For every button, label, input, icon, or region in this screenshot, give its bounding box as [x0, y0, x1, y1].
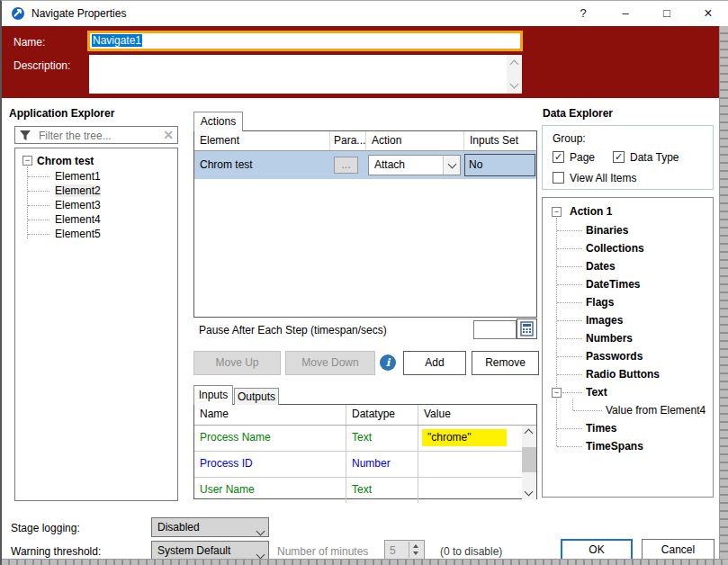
calculator-button[interactable]: [517, 318, 537, 339]
data-root-label[interactable]: Action 1: [570, 205, 612, 218]
info-icon: i: [380, 354, 396, 371]
scroll-up-icon[interactable]: [510, 60, 519, 69]
view-all-items-checkbox[interactable]: [553, 172, 564, 184]
data-group-text[interactable]: Text: [586, 386, 607, 399]
action-element-cell[interactable]: Chrom test: [200, 158, 253, 171]
spinner-arrows[interactable]: [409, 542, 423, 558]
page-checkbox[interactable]: ✓: [553, 151, 564, 163]
tree-item-element2[interactable]: Element2: [55, 184, 101, 197]
filter-tree-box[interactable]: ✕: [14, 126, 178, 144]
data-item-value-from-element4[interactable]: Value from Element4: [606, 404, 706, 417]
move-down-button[interactable]: Move Down: [285, 351, 375, 375]
data-type-checkbox[interactable]: ✓: [613, 151, 625, 163]
number-of-minutes-label: Number of minutes: [277, 545, 368, 558]
data-group-numbers[interactable]: Numbers: [586, 332, 633, 345]
stage-logging-value: Disabled: [157, 521, 200, 534]
data-explorer-tree[interactable]: − Action 1 Binaries Collections Dates Da…: [542, 197, 714, 498]
collapse-icon[interactable]: −: [552, 388, 562, 398]
group-options-box: Group: ✓ Page ✓ Data Type View All Items: [542, 125, 714, 190]
col-inputs-set: Inputs Set: [464, 131, 536, 150]
chevron-down-icon[interactable]: [443, 156, 460, 175]
close-button[interactable]: ×: [693, 4, 724, 23]
actions-table-header: Element Para... Action Inputs Set: [194, 131, 536, 151]
tree-item-element3[interactable]: Element3: [55, 199, 101, 211]
stage-logging-dropdown[interactable]: Disabled: [151, 517, 269, 537]
tab-inputs[interactable]: Inputs: [193, 385, 233, 405]
minutes-spinner[interactable]: 5: [384, 540, 425, 560]
col-action: Action: [366, 131, 464, 150]
input-row-user-name[interactable]: User Name Text: [194, 477, 536, 503]
data-group-datetimes[interactable]: DateTimes: [586, 278, 640, 291]
actions-row[interactable]: Chrom test ... Attach No: [194, 151, 536, 179]
data-group-collections[interactable]: Collections: [586, 242, 644, 255]
tree-root-label[interactable]: Chrom test: [37, 155, 94, 167]
data-group-images[interactable]: Images: [586, 314, 623, 327]
spin-down-icon: [413, 552, 418, 555]
col-datatype: Datatype: [346, 405, 418, 425]
inputs-set-cell[interactable]: No: [464, 154, 535, 176]
stage-header: Name: Navigate1 Description:: [2, 26, 719, 98]
data-group-timespans[interactable]: TimeSpans: [586, 440, 643, 453]
tree-item-element4[interactable]: Element4: [55, 213, 101, 226]
action-dropdown-value: Attach: [374, 158, 405, 171]
clear-filter-icon[interactable]: ✕: [163, 128, 174, 142]
tab-outputs[interactable]: Outputs: [234, 388, 279, 405]
collapse-icon[interactable]: −: [22, 156, 32, 166]
name-value: Navigate1: [92, 34, 142, 47]
action-dropdown[interactable]: Attach: [368, 155, 461, 175]
data-group-flags[interactable]: Flags: [586, 296, 614, 309]
data-group-passwords[interactable]: Passwords: [586, 350, 643, 363]
scroll-up-icon[interactable]: [525, 429, 534, 438]
view-all-items-label[interactable]: View All Items: [570, 172, 636, 184]
navigate-properties-dialog: Navigate Properties ? – □ × Name: Naviga…: [0, 0, 728, 565]
title-bar: Navigate Properties ? – □ ×: [2, 1, 728, 26]
stage-logging-label: Stage logging:: [11, 522, 80, 534]
warning-threshold-label: Warning threshold:: [11, 545, 101, 558]
data-group-dates[interactable]: Dates: [586, 260, 616, 273]
data-group-times[interactable]: Times: [586, 422, 616, 435]
add-button[interactable]: Add: [403, 351, 466, 375]
application-tree[interactable]: − Chrom test Element1 Element2 Element3 …: [14, 148, 178, 501]
data-group-radio-buttons[interactable]: Radio Buttons: [586, 368, 660, 381]
description-scrollbar[interactable]: [507, 55, 522, 94]
tab-actions[interactable]: Actions: [193, 112, 243, 131]
filter-input[interactable]: [37, 129, 157, 143]
scroll-down-icon[interactable]: [510, 80, 519, 89]
pause-input[interactable]: [473, 320, 517, 339]
description-input[interactable]: [89, 55, 522, 94]
value-chrome-highlighted[interactable]: "chrome": [422, 429, 507, 446]
data-group-binaries[interactable]: Binaries: [586, 224, 628, 237]
data-type-checkbox-label[interactable]: Data Type: [630, 151, 679, 164]
page-checkbox-label[interactable]: Page: [570, 151, 595, 164]
collapse-icon[interactable]: −: [552, 207, 562, 217]
col-name: Name: [194, 405, 346, 425]
input-row-process-id[interactable]: Process ID Number: [194, 451, 536, 477]
window-resize-edge-right[interactable]: [719, 26, 728, 560]
remove-button[interactable]: Remove: [472, 351, 539, 375]
spin-up-icon: [413, 544, 418, 548]
params-button[interactable]: ...: [334, 157, 358, 174]
scroll-down-icon[interactable]: [525, 488, 534, 497]
inputs-table[interactable]: Name Datatype Value Process Name Text "c…: [193, 404, 537, 499]
input-row-process-name[interactable]: Process Name Text "chrome": [194, 426, 536, 451]
disable-hint: (0 to disable): [440, 545, 502, 558]
scrollbar-thumb[interactable]: [522, 447, 536, 472]
tree-item-element1[interactable]: Element1: [55, 170, 101, 183]
minutes-value: 5: [390, 544, 396, 557]
actions-table[interactable]: Element Para... Action Inputs Set Chrom …: [193, 130, 537, 318]
maximize-button[interactable]: □: [652, 4, 682, 23]
window-resize-edge-bottom[interactable]: [2, 559, 728, 565]
warning-threshold-dropdown[interactable]: System Default: [151, 541, 269, 561]
col-value: Value: [418, 405, 536, 425]
application-explorer-title: Application Explorer: [9, 107, 114, 120]
col-params: Para...: [330, 131, 366, 150]
tree-connector: [27, 166, 28, 238]
col-element: Element: [194, 131, 330, 150]
inputs-scrollbar[interactable]: [522, 426, 536, 499]
move-up-button[interactable]: Move Up: [193, 351, 281, 375]
help-button[interactable]: ?: [568, 4, 598, 23]
name-input[interactable]: Navigate1: [87, 31, 523, 51]
tree-item-element5[interactable]: Element5: [55, 228, 101, 240]
minimize-button[interactable]: –: [610, 4, 641, 23]
window-title: Navigate Properties: [31, 7, 126, 20]
